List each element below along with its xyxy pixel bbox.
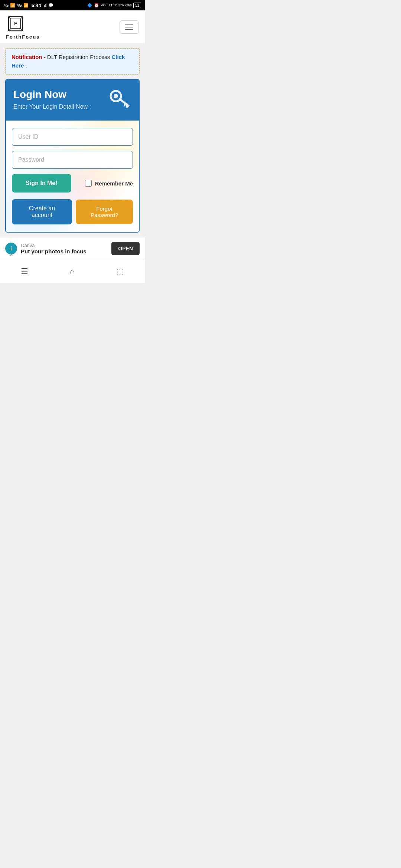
battery-indicator: 51 xyxy=(133,3,141,8)
forgot-password-button[interactable]: Forgot Password? xyxy=(76,200,133,224)
status-right: 🔷 ⏰ VOL LTE2 376 KB/s 51 xyxy=(87,3,141,8)
nav-home-icon[interactable]: ⌂ xyxy=(62,264,82,279)
ad-app-name: Canva xyxy=(21,243,87,248)
nav-menu-icon[interactable]: ☰ xyxy=(13,264,36,279)
status-left: 4G 📶 4G 📶 5:44 🖥 💬 xyxy=(4,3,53,8)
nav-back-icon[interactable]: ⬚ xyxy=(109,264,131,279)
notification-banner: Notification - DLT Registration Process … xyxy=(5,48,140,75)
ad-left: i ✕ Canva Put your photos in focus xyxy=(5,243,87,254)
menu-line-3 xyxy=(125,29,133,30)
time-display: 5:44 xyxy=(32,3,41,8)
lte2-label: LTE2 xyxy=(109,3,117,7)
signal-4g-2: 4G xyxy=(17,3,22,7)
key-icon xyxy=(108,87,131,115)
notification-text: DLT Registration Process xyxy=(47,54,112,60)
remember-me-checkbox[interactable] xyxy=(85,180,92,187)
svg-point-8 xyxy=(114,94,118,98)
bottom-nav: ☰ ⌂ ⬚ xyxy=(0,260,145,283)
screen-icon: 🖥 xyxy=(43,3,47,7)
menu-button[interactable] xyxy=(120,20,139,34)
login-card: Login Now Enter Your Login Detail Now : … xyxy=(5,79,140,233)
bottom-row: Create an account Forgot Password? xyxy=(12,199,133,224)
ad-banner: i ✕ Canva Put your photos in focus OPEN xyxy=(0,237,145,260)
status-bar: 4G 📶 4G 📶 5:44 🖥 💬 🔷 ⏰ VOL LTE2 376 KB/s… xyxy=(0,0,145,10)
ad-icon-letter: i xyxy=(10,246,12,251)
remember-me-text: Remember Me xyxy=(95,180,133,187)
actions-row: Sign In Me! Remember Me xyxy=(12,174,133,193)
login-header: Login Now Enter Your Login Detail Now : xyxy=(6,80,139,121)
signal-4g-1: 4G xyxy=(4,3,9,7)
ad-tagline: Put your photos in focus xyxy=(21,248,87,254)
notification-label: Notification - xyxy=(12,54,46,60)
ad-close-button[interactable]: ✕ xyxy=(10,253,13,257)
menu-line-2 xyxy=(125,27,133,27)
sign-in-button[interactable]: Sign In Me! xyxy=(12,174,71,193)
svg-text:F: F xyxy=(14,21,17,26)
ad-text-area: Canva Put your photos in focus xyxy=(21,243,87,254)
create-account-button[interactable]: Create an account xyxy=(12,199,72,224)
logo-icon: F xyxy=(6,14,25,33)
remember-me-label[interactable]: Remember Me xyxy=(85,180,133,187)
bluetooth-icon: 🔷 xyxy=(87,3,92,8)
password-input[interactable] xyxy=(12,151,133,169)
ad-open-button[interactable]: OPEN xyxy=(111,242,140,255)
clock-icon: ⏰ xyxy=(94,3,99,8)
whatsapp-icon: 💬 xyxy=(48,3,53,8)
speed-label: 376 KB/s xyxy=(118,3,132,7)
logo-text: ForthFocus xyxy=(6,34,40,40)
logo-area: F ForthFocus xyxy=(6,14,40,40)
signal-bars-1: 📶 xyxy=(10,3,15,8)
notification-suffix: . xyxy=(26,62,27,69)
user-id-input[interactable] xyxy=(12,128,133,146)
top-nav: F ForthFocus xyxy=(0,10,145,44)
vol-icon: VOL xyxy=(101,3,107,7)
ad-icon-wrapper: i ✕ xyxy=(5,243,17,254)
login-body: Sign In Me! Remember Me Create an accoun… xyxy=(6,121,139,232)
menu-line-1 xyxy=(125,24,133,25)
signal-bars-2: 📶 xyxy=(23,3,29,8)
